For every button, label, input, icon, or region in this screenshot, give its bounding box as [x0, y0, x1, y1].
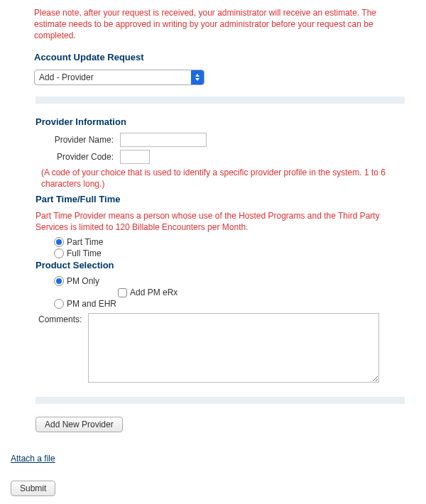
- admin-notice: Please note, after your request is recei…: [34, 7, 403, 42]
- full-time-label: Full Time: [67, 248, 102, 258]
- part-time-radio[interactable]: Part Time: [54, 237, 419, 247]
- part-time-label: Part Time: [67, 237, 103, 247]
- provider-information-title: Provider Information: [36, 116, 419, 127]
- add-pm-erx-checkbox[interactable]: Add PM eRx: [118, 287, 419, 297]
- comments-label: Comments:: [38, 313, 88, 324]
- attach-file-link[interactable]: Attach a file: [11, 454, 55, 464]
- employment-title: Part Time/Full Time: [36, 194, 419, 204]
- radio-icon: [54, 276, 64, 286]
- pm-only-radio[interactable]: PM Only: [54, 276, 419, 286]
- account-update-request-title: Account Update Request: [34, 52, 419, 62]
- provider-code-input[interactable]: [120, 150, 150, 164]
- comments-row: Comments:: [38, 313, 419, 383]
- employment-radio-group: Part Time Full Time: [54, 237, 419, 258]
- submit-button[interactable]: Submit: [11, 481, 55, 496]
- provider-code-row: Provider Code:: [36, 150, 419, 164]
- product-selection-title: Product Selection: [36, 260, 419, 270]
- checkbox-icon: [118, 288, 127, 297]
- radio-icon: [54, 299, 64, 309]
- section-divider-2: [36, 397, 405, 404]
- pm-only-label: PM Only: [67, 276, 99, 286]
- section-divider: [36, 97, 405, 104]
- provider-code-help: (A code of your choice that is used to i…: [41, 167, 403, 190]
- pm-and-ehr-radio[interactable]: PM and EHR: [54, 299, 419, 309]
- radio-icon: [54, 237, 64, 247]
- radio-icon: [54, 248, 64, 258]
- provider-name-row: Provider Name:: [36, 133, 419, 147]
- provider-code-label: Provider Code:: [36, 152, 114, 162]
- pm-and-ehr-label: PM and EHR: [67, 299, 116, 309]
- add-new-provider-button[interactable]: Add New Provider: [36, 417, 123, 432]
- request-type-select-wrap[interactable]: Add - Provider: [34, 70, 204, 85]
- add-pm-erx-label: Add PM eRx: [130, 287, 178, 297]
- request-type-select[interactable]: Add - Provider: [34, 70, 204, 85]
- full-time-radio[interactable]: Full Time: [54, 248, 419, 258]
- provider-name-input[interactable]: [120, 133, 207, 147]
- comments-textarea[interactable]: [88, 313, 379, 383]
- provider-name-label: Provider Name:: [36, 135, 114, 145]
- employment-help: Part Time Provider means a person whose …: [36, 210, 398, 233]
- product-radio-group: PM Only Add PM eRx PM and EHR: [54, 276, 419, 309]
